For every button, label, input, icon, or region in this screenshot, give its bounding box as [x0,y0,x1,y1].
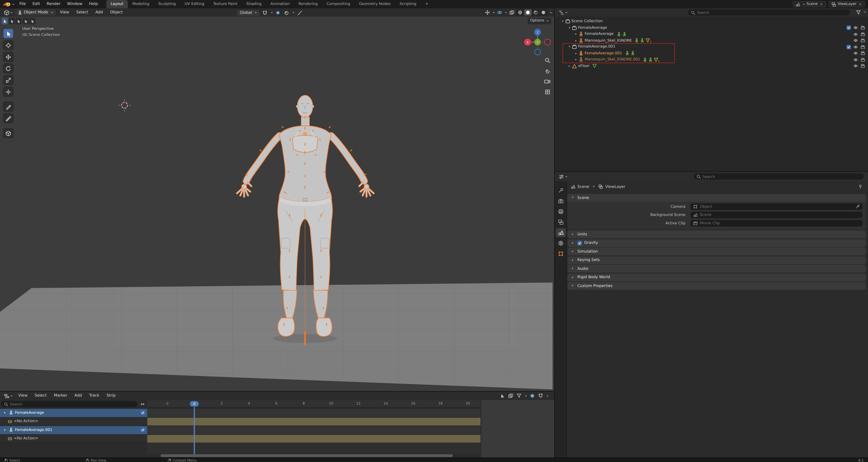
chevron-down-icon[interactable] [271,12,273,13]
expander-icon[interactable]: ▾ [560,20,565,23]
outliner-row-femaleaverage-collection[interactable]: ▾ FemaleAverage [555,25,868,31]
orientation-dropdown[interactable]: Global [237,10,260,16]
shading-solid-button[interactable] [524,9,532,16]
viewport-editor-type-button[interactable] [2,10,14,15]
gizmos-toggle[interactable] [484,9,491,16]
tab-animation[interactable]: Animation [266,0,294,8]
tab-tool-properties[interactable] [556,186,565,195]
chevron-down-icon[interactable] [547,395,549,396]
floor-plane[interactable] [0,283,552,389]
menu-edit[interactable]: Edit [29,0,43,8]
cursor-tool[interactable] [3,40,13,50]
tab-world-properties[interactable] [556,239,565,248]
outliner-search-input[interactable] [697,10,847,15]
nla-menu-add[interactable]: Add [71,392,85,400]
hide-eye-icon[interactable] [853,45,858,49]
tab-output-properties[interactable] [556,207,565,216]
outliner-row-scene-collection[interactable]: ▾ Scene Collection [555,18,868,25]
horizontal-scrollbar[interactable] [161,454,453,457]
nla-empty-region[interactable] [147,443,480,454]
nla-menu-view[interactable]: View [15,392,31,400]
nla-channel-no-action-2[interactable]: <No Action> [0,435,147,443]
options-dropdown[interactable]: Options [527,18,551,24]
collection-checkbox[interactable] [846,26,851,30]
select-mode-extend[interactable] [9,18,15,24]
nla-action-strip-row[interactable] [147,435,480,443]
perspective-toggle-button[interactable] [543,88,552,96]
disable-render-camera-icon[interactable] [860,51,865,56]
nla-editor-type-button[interactable] [2,393,14,398]
shading-wireframe-button[interactable] [517,9,524,16]
panel-keying-sets[interactable]: ▸Keying Sets [567,256,866,264]
select-mode-intersect[interactable] [29,18,35,24]
disable-render-camera-icon[interactable] [860,57,865,62]
expander-icon[interactable]: ▾ [2,411,7,414]
transform-tool[interactable] [3,87,13,96]
breadcrumb-scene[interactable]: Scene [578,185,589,189]
add-workspace-button[interactable]: + [421,0,433,8]
nla-strip-row[interactable] [147,409,480,417]
viewport-menu-add[interactable]: Add [92,8,106,17]
current-frame-badge[interactable]: 0 [190,401,198,407]
outliner-editor-type-button[interactable] [557,10,569,15]
tab-modeling[interactable]: Modeling [128,0,154,8]
menu-window[interactable]: Window [64,0,86,8]
zoom-view-button[interactable] [543,56,552,64]
chevron-down-icon[interactable] [864,11,866,13]
tab-geometry-nodes[interactable]: Geometry Nodes [355,0,395,8]
pin-id-button[interactable] [857,183,864,190]
background-scene-field[interactable]: Scene [690,212,863,218]
panel-gravity[interactable]: ▸ Gravity [567,239,866,247]
tab-sculpting[interactable]: Sculpting [154,0,180,8]
hide-eye-icon[interactable] [853,32,858,36]
select-mode-invert[interactable] [22,18,29,24]
tab-rendering[interactable]: Rendering [294,0,322,8]
panel-simulation[interactable]: ▸Simulation [567,248,866,255]
blender-menu-button[interactable] [2,1,16,7]
move-tool[interactable] [3,52,13,62]
camera-field[interactable]: Object [690,203,863,210]
tab-scripting[interactable]: Scripting [395,0,421,8]
channel-checkbox[interactable] [141,411,145,415]
menu-help[interactable]: Help [86,0,101,8]
hide-eye-icon[interactable] [853,26,858,30]
tab-viewlayer-properties[interactable] [556,218,565,227]
expander-icon[interactable]: ▾ [567,26,572,29]
chevron-down-icon[interactable] [493,12,495,13]
auto-snap-toggle[interactable] [529,393,535,399]
current-frame-line[interactable] [194,407,194,454]
viewlayer-selector[interactable]: ViewLayer ✕ [829,1,865,7]
shading-material-button[interactable] [532,9,539,16]
nla-channel-femaleaverage[interactable]: ▾ FemaleAverage [0,409,147,417]
invert-filter-button[interactable] [139,400,146,407]
measure-tool[interactable] [3,114,13,123]
hide-eye-icon[interactable] [853,51,858,56]
gizmo-axis-z-neg[interactable] [534,49,540,55]
viewport-3d[interactable]: Object Mode View Select Add Object Globa… [0,8,555,391]
add-cube-tool[interactable] [3,128,13,138]
camera-view-button[interactable] [543,77,552,85]
disable-render-camera-icon[interactable] [860,32,865,36]
panel-rigid-body-world[interactable]: ▸Rigid Body World [567,273,866,281]
properties-editor-type-button[interactable] [557,174,569,179]
nla-channel-no-action-1[interactable]: <No Action> [0,417,147,426]
tab-render-properties[interactable] [556,197,565,205]
hide-eye-icon[interactable] [853,57,858,62]
tab-texture-paint[interactable]: Texture Paint [209,0,242,8]
scene-selector[interactable]: Scene ✕ [793,1,826,7]
rotate-tool[interactable] [3,64,13,73]
expander-icon[interactable]: ▸ [574,33,579,35]
select-box-tool[interactable] [3,29,13,38]
nla-channel-femaleaverage-001[interactable]: ▾ FemaleAverage.001 [0,426,147,435]
nla-menu-marker[interactable]: Marker [51,392,70,400]
chevron-down-icon[interactable] [550,12,552,13]
nla-strip-row[interactable] [147,426,480,435]
tab-object-properties[interactable] [556,249,565,258]
menu-file[interactable]: File [16,0,29,8]
xray-toggle[interactable] [508,9,515,16]
proportional-editing-toggle[interactable] [283,9,289,16]
expander-icon[interactable]: ▸ [574,39,579,42]
chevron-down-icon[interactable] [292,12,295,13]
tab-shading[interactable]: Shading [242,0,266,8]
hide-eye-icon[interactable] [853,38,858,43]
